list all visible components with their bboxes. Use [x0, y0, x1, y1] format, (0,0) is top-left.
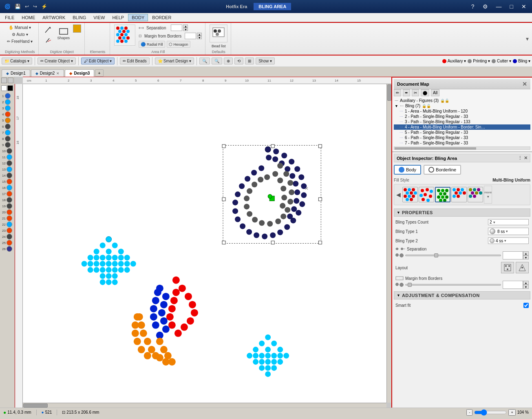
- tree-item-7[interactable]: ⋯ 7 - Path - Single-Bling Regular - 33: [394, 140, 530, 146]
- doc-map-close[interactable]: ✕: [522, 81, 527, 87]
- btn-show[interactable]: Show ▾: [256, 58, 275, 64]
- color-7[interactable]: [5, 130, 11, 135]
- zoom-out-btn[interactable]: -: [466, 409, 472, 416]
- btn-auto[interactable]: ⚙ Auto ▾: [5, 31, 34, 38]
- tree-bling-group[interactable]: ▼ ⋯ Bling (7) 🔒🔓: [394, 103, 530, 109]
- maximize-button[interactable]: □: [508, 2, 516, 11]
- tree-item-5[interactable]: ⋯ 5 - Path - Single-Bling Regular - 33: [394, 130, 530, 135]
- inspector-more-btn[interactable]: ⋮: [518, 155, 522, 161]
- doc-map-btn-all[interactable]: All: [431, 89, 439, 96]
- qa-more[interactable]: ⚡: [40, 3, 49, 10]
- palette-item-26[interactable]: 26: [2, 246, 12, 252]
- btn-pen2[interactable]: [43, 35, 54, 45]
- bling-type2-control[interactable]: 4 ss ▾: [488, 237, 529, 244]
- tab2-close[interactable]: ✕: [56, 71, 60, 75]
- margin-up-btn[interactable]: ▲: [523, 281, 529, 285]
- margin-value-input[interactable]: 0.0 mm: [503, 281, 523, 289]
- margin-down-btn[interactable]: ▼: [523, 285, 529, 289]
- palette-item-5[interactable]: 5: [2, 117, 12, 123]
- btn-grid[interactable]: ⊞: [245, 58, 254, 64]
- color-3[interactable]: [5, 105, 11, 111]
- palette-item-6[interactable]: 6: [2, 124, 12, 129]
- status-auxiliary[interactable]: Auxiliary ▾: [442, 59, 466, 63]
- btn-edit-object[interactable]: 🖊 Edit Object ▾: [81, 58, 115, 64]
- separation-up[interactable]: ▲: [183, 24, 188, 28]
- palette-item-25[interactable]: 25: [2, 240, 12, 246]
- palette-item-18[interactable]: 18: [2, 197, 12, 203]
- btn-hexagon[interactable]: ⬡ Hexagon: [167, 41, 190, 48]
- settings-button[interactable]: ⚙: [480, 2, 490, 11]
- color-black[interactable]: [7, 85, 13, 91]
- btn-catalogs[interactable]: 📁 Catalogs ▾: [2, 58, 32, 64]
- menu-border[interactable]: BORDER: [149, 14, 174, 21]
- swatch-2[interactable]: [419, 187, 434, 202]
- scroll-thumb-vertical[interactable]: [387, 84, 391, 101]
- btn-freehand[interactable]: ✏ FreeHand ▾: [5, 38, 34, 44]
- menu-home[interactable]: HOME: [18, 14, 38, 21]
- inspector-tab-body[interactable]: Body: [394, 165, 421, 175]
- bling-types-count-control[interactable]: 2 ▾: [488, 219, 529, 225]
- inspector-tab-borderline[interactable]: Borderline: [424, 165, 461, 175]
- color-2[interactable]: [5, 99, 11, 105]
- margin-down[interactable]: ▼: [197, 36, 202, 39]
- palette-item-3[interactable]: 3: [2, 105, 12, 111]
- color-11[interactable]: [7, 154, 12, 160]
- palette-item-19[interactable]: 19: [2, 203, 12, 209]
- btn-create-object[interactable]: ✏ Create Object ▾: [38, 58, 75, 64]
- minimize-button[interactable]: —: [494, 2, 504, 11]
- palette-item-17[interactable]: 17: [2, 191, 12, 197]
- btn-manual[interactable]: ✋ Manual ▾: [5, 24, 34, 31]
- btn-element-square[interactable]: [73, 24, 81, 33]
- swatch-5[interactable]: [468, 187, 483, 202]
- separation-slider-container[interactable]: 1.0 mm ▲ ▼: [395, 251, 529, 259]
- status-bling[interactable]: Bling ▾: [513, 59, 530, 63]
- doc-map-btn-pencil[interactable]: ✏: [394, 89, 401, 96]
- swatch-prev[interactable]: ◀: [395, 191, 402, 199]
- palette-item-14[interactable]: 14: [2, 173, 12, 178]
- color-23[interactable]: [7, 228, 12, 233]
- inspector-close-btn[interactable]: ✕: [524, 155, 528, 161]
- status-printing[interactable]: Printing ▾: [468, 59, 490, 63]
- tree-item-2[interactable]: ⋯ 2 - Path - Single-Bling Regular - 33: [394, 114, 530, 119]
- btn-zoom[interactable]: 🔍: [199, 58, 210, 64]
- palette-item-21[interactable]: 21: [2, 215, 12, 221]
- palette-item-15[interactable]: 15: [2, 179, 12, 184]
- tree-item-4[interactable]: ⋯ 4 - Area - Multi-Bling Uniform - Borde…: [394, 124, 530, 130]
- zoom-in-btn[interactable]: +: [508, 409, 515, 416]
- qa-save[interactable]: 💾: [13, 3, 22, 10]
- color-10[interactable]: [7, 148, 12, 154]
- menu-bling[interactable]: BLING: [69, 14, 89, 21]
- color-15[interactable]: [7, 179, 12, 184]
- color-16[interactable]: [7, 185, 12, 191]
- separation-input[interactable]: 1: [171, 24, 182, 31]
- doc-map-btn-pen[interactable]: ✒: [403, 89, 410, 96]
- status-cutter[interactable]: Cutter ▾: [492, 59, 511, 63]
- color-19[interactable]: [7, 203, 12, 209]
- btn-radial-fill[interactable]: 🔵 Radial Fill: [139, 41, 165, 48]
- btn-view2[interactable]: ⊕: [224, 58, 233, 64]
- tab-design2[interactable]: ◆ Design2 ✕: [31, 69, 64, 77]
- color-1[interactable]: [5, 93, 11, 99]
- btn-view1[interactable]: 🔍: [212, 58, 222, 64]
- margin-value-box[interactable]: 0.0 mm ▲ ▼: [503, 281, 529, 289]
- color-8[interactable]: [5, 136, 11, 142]
- palette-item-9[interactable]: 9: [2, 142, 12, 148]
- smart-fit-checkbox[interactable]: [523, 303, 529, 308]
- scrollbar-vertical[interactable]: [386, 84, 391, 403]
- color-22[interactable]: [7, 222, 12, 227]
- palette-item-22[interactable]: 22: [2, 222, 12, 227]
- color-25[interactable]: [7, 240, 12, 246]
- color-9[interactable]: [5, 142, 11, 148]
- palette-item-4[interactable]: 4: [2, 111, 12, 117]
- sep-up-btn[interactable]: ▲: [523, 251, 529, 255]
- swatch-3[interactable]: [435, 187, 450, 202]
- margin-input[interactable]: 0: [185, 33, 196, 39]
- sep-down-btn[interactable]: ▼: [523, 255, 529, 259]
- palette-item-16[interactable]: 16: [2, 185, 12, 191]
- color-21[interactable]: [7, 215, 12, 221]
- separation-spinner[interactable]: 1 ▲ ▼: [171, 24, 188, 31]
- bling-type1-control[interactable]: 8 ss ▾: [488, 228, 529, 235]
- margin-up[interactable]: ▲: [197, 33, 202, 36]
- ribbon-collapse[interactable]: ▾: [524, 23, 530, 55]
- color-14[interactable]: [7, 173, 12, 178]
